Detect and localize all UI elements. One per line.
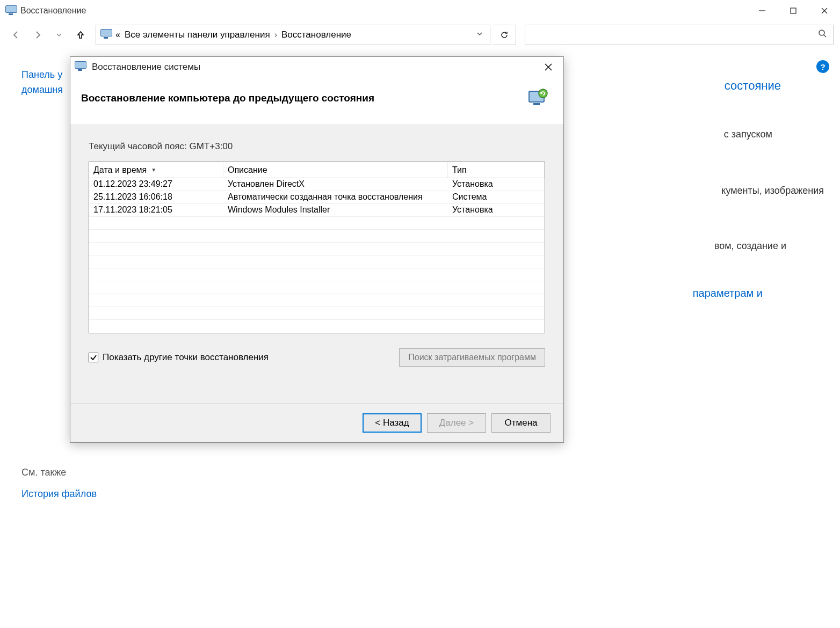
see-also-label: См. также (21, 467, 66, 478)
cell-type: Установка (448, 178, 545, 191)
refresh-button[interactable] (493, 25, 516, 45)
scan-affected-button[interactable]: Поиск затрагиваемых программ (399, 348, 545, 367)
cell-desc: Windows Modules Installer (223, 204, 448, 216)
cell-desc: Установлен DirectX (223, 178, 448, 191)
text-fragment: кументы, изображения (721, 185, 824, 196)
dialog-close-button[interactable] (538, 59, 559, 75)
text-fragment: с запуском (724, 129, 772, 140)
cell-type: Установка (448, 204, 545, 216)
table-row[interactable]: 01.12.2023 23:49:27Установлен DirectXУст… (89, 178, 545, 191)
svg-rect-9 (533, 103, 540, 105)
location-icon (100, 29, 112, 41)
text-fragment: вом, создание и (714, 240, 786, 252)
back-button[interactable] (6, 25, 26, 45)
help-icon[interactable]: ? (816, 60, 829, 73)
dialog-icon (75, 61, 86, 73)
dialog-header: Восстановление компьютера до предыдущего… (70, 77, 563, 125)
cell-date: 17.11.2023 18:21:05 (89, 204, 223, 216)
table-row (89, 294, 545, 307)
cell-date: 01.12.2023 23:49:27 (89, 178, 223, 191)
breadcrumb-part[interactable]: Все элементы панели управления (125, 30, 270, 40)
next-button[interactable]: Далее > (427, 413, 486, 433)
table-row (89, 307, 545, 320)
window-titlebar: Восстановление (0, 0, 840, 21)
file-history-link[interactable]: История файлов (21, 488, 97, 500)
dialog-titlebar: Восстановление системы (70, 57, 563, 77)
search-icon (818, 29, 828, 41)
column-header-desc[interactable]: Описание (223, 162, 448, 178)
system-restore-dialog: Восстановление системы Восстановление ко… (70, 56, 564, 443)
table-row[interactable]: 17.11.2023 18:21:05Windows Modules Insta… (89, 204, 545, 217)
svg-rect-1 (791, 8, 796, 13)
timezone-label: Текущий часовой пояс: GMT+3:00 (89, 141, 545, 152)
chevron-down-icon[interactable] (476, 30, 487, 40)
svg-line-5 (824, 35, 826, 37)
link-fragment[interactable]: параметрам и (693, 287, 763, 300)
dialog-title: Восстановление системы (92, 62, 200, 72)
up-button[interactable] (71, 25, 90, 45)
back-button[interactable]: < Назад (363, 413, 422, 433)
close-button[interactable] (809, 0, 840, 21)
table-row[interactable]: 25.11.2023 16:06:18Автоматически созданн… (89, 191, 545, 204)
column-header-date[interactable]: Дата и время ▼ (89, 162, 223, 178)
cell-type: Система (448, 191, 545, 203)
app-icon (5, 5, 16, 16)
minimize-button[interactable] (747, 0, 778, 21)
table-row (89, 255, 545, 268)
svg-point-10 (539, 89, 547, 98)
breadcrumb-separator: › (274, 30, 277, 40)
dialog-heading: Восстановление компьютера до предыдущего… (81, 92, 374, 104)
forward-button[interactable] (28, 25, 47, 45)
navigation-bar: « Все элементы панели управления › Восст… (0, 21, 840, 48)
window-title: Восстановление (20, 6, 86, 16)
column-header-type[interactable]: Тип (448, 162, 545, 178)
restore-points-table: Дата и время ▼ Описание Тип 01.12.2023 2… (89, 162, 545, 333)
table-row (89, 281, 545, 294)
column-header-date-label: Дата и время (93, 165, 147, 175)
table-row (89, 217, 545, 230)
search-input[interactable] (525, 25, 834, 45)
cell-desc: Автоматически созданная точка восстановл… (223, 191, 448, 203)
restore-icon (527, 87, 549, 109)
cancel-button[interactable]: Отмена (491, 413, 551, 433)
heading-fragment: состояние (725, 79, 781, 93)
breadcrumb-part[interactable]: Восстановление (281, 30, 351, 40)
cell-date: 25.11.2023 16:06:18 (89, 191, 223, 203)
recent-dropdown[interactable] (49, 25, 69, 45)
breadcrumb-chevron-prefix: « (115, 30, 120, 40)
maximize-button[interactable] (778, 0, 809, 21)
table-row (89, 268, 545, 281)
breadcrumb[interactable]: « Все элементы панели управления › Восст… (96, 25, 490, 45)
svg-point-4 (819, 30, 824, 35)
show-more-checkbox[interactable] (89, 353, 98, 362)
table-row (89, 243, 545, 255)
show-more-label: Показать другие точки восстановления (103, 352, 269, 363)
table-row (89, 230, 545, 243)
sort-desc-icon: ▼ (151, 167, 156, 173)
